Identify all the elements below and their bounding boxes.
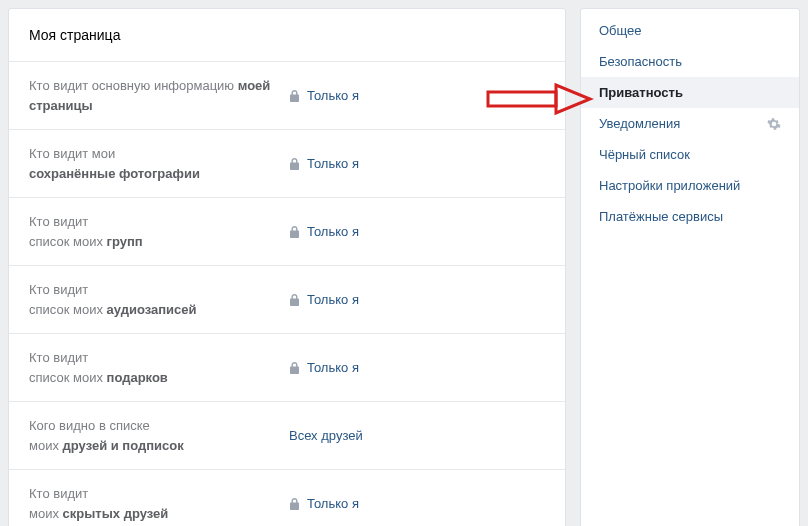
sidebar-item-label: Приватность: [599, 85, 683, 100]
privacy-row-label: Кто видитмоих скрытых друзей: [29, 484, 289, 523]
sidebar-item-label: Общее: [599, 23, 642, 38]
privacy-row: Кто видитсписок моих группТолько я: [9, 197, 565, 265]
privacy-row: Кто видитсписок моих подарковТолько я: [9, 333, 565, 401]
privacy-settings-list: Кто видит основную информацию моей стран…: [9, 61, 565, 526]
lock-icon: [289, 294, 300, 306]
sidebar-item-4[interactable]: Чёрный список: [581, 139, 799, 170]
privacy-value-text: Только я: [307, 156, 359, 171]
privacy-value-text: Только я: [307, 496, 359, 511]
privacy-row-value[interactable]: Только я: [289, 224, 359, 239]
privacy-row-label: Кто видитсписок моих подарков: [29, 348, 289, 387]
sidebar-item-label: Уведомления: [599, 116, 680, 131]
sidebar-item-6[interactable]: Платёжные сервисы: [581, 201, 799, 232]
privacy-row-label: Кого видно в спискемоих друзей и подписо…: [29, 416, 289, 455]
lock-icon: [289, 498, 300, 510]
privacy-settings-panel: Моя страница Кто видит основную информац…: [8, 8, 566, 526]
privacy-value-text: Только я: [307, 88, 359, 103]
lock-icon: [289, 158, 300, 170]
privacy-row-value[interactable]: Только я: [289, 496, 359, 511]
privacy-row: Кто видит основную информацию моей стран…: [9, 61, 565, 129]
privacy-value-text: Всех друзей: [289, 428, 363, 443]
privacy-row-label: Кто видит основную информацию моей стран…: [29, 76, 289, 115]
privacy-row: Кто видитсписок моих аудиозаписейТолько …: [9, 265, 565, 333]
sidebar-item-label: Безопасность: [599, 54, 682, 69]
lock-icon: [289, 362, 300, 374]
lock-icon: [289, 90, 300, 102]
privacy-row-label: Кто видит моисохранённые фотографии: [29, 144, 289, 183]
lock-icon: [289, 226, 300, 238]
privacy-row: Кто видитмоих скрытых друзейТолько я: [9, 469, 565, 526]
privacy-row-value[interactable]: Только я: [289, 360, 359, 375]
privacy-row: Кого видно в спискемоих друзей и подписо…: [9, 401, 565, 469]
privacy-row-value[interactable]: Только я: [289, 292, 359, 307]
privacy-row-value[interactable]: Только я: [289, 88, 359, 103]
gear-icon[interactable]: [767, 117, 781, 131]
privacy-value-text: Только я: [307, 292, 359, 307]
privacy-row-label: Кто видитсписок моих аудиозаписей: [29, 280, 289, 319]
privacy-row-value[interactable]: Всех друзей: [289, 428, 363, 443]
privacy-row: Кто видит моисохранённые фотографииТольк…: [9, 129, 565, 197]
sidebar-item-5[interactable]: Настройки приложений: [581, 170, 799, 201]
sidebar-item-label: Чёрный список: [599, 147, 690, 162]
privacy-row-value[interactable]: Только я: [289, 156, 359, 171]
sidebar-item-label: Настройки приложений: [599, 178, 740, 193]
sidebar-item-0[interactable]: Общее: [581, 15, 799, 46]
sidebar-item-2[interactable]: Приватность: [581, 77, 799, 108]
sidebar-item-3[interactable]: Уведомления: [581, 108, 799, 139]
privacy-row-label: Кто видитсписок моих групп: [29, 212, 289, 251]
sidebar-item-label: Платёжные сервисы: [599, 209, 723, 224]
section-title: Моя страница: [9, 9, 565, 61]
privacy-value-text: Только я: [307, 360, 359, 375]
settings-sidebar: ОбщееБезопасностьПриватностьУведомленияЧ…: [580, 8, 800, 526]
privacy-value-text: Только я: [307, 224, 359, 239]
sidebar-item-1[interactable]: Безопасность: [581, 46, 799, 77]
